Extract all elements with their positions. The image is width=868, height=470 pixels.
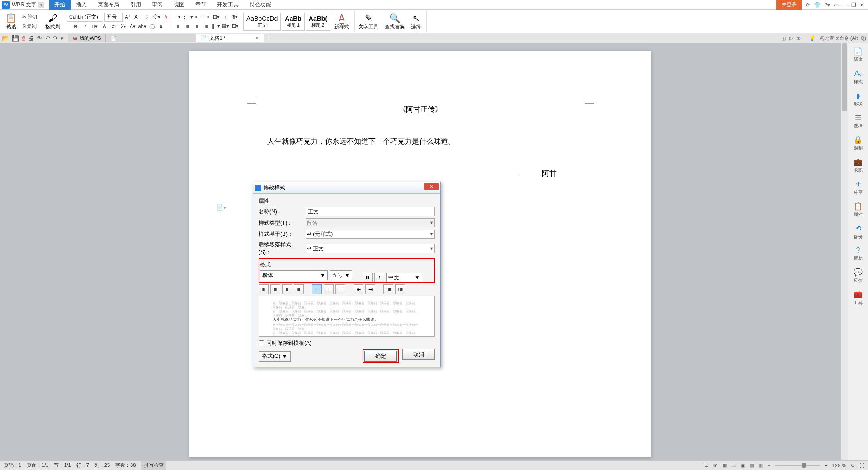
clear-format-icon[interactable]: ♢ bbox=[143, 13, 151, 21]
login-button[interactable]: 未登录 bbox=[776, 0, 802, 10]
tab-view[interactable]: 视图 bbox=[168, 0, 190, 10]
more-qa-icon[interactable]: ▾ bbox=[61, 35, 64, 42]
redo-icon[interactable]: ↷ bbox=[53, 35, 58, 42]
ok-button[interactable]: 确定 bbox=[364, 351, 397, 362]
save-icon[interactable]: 💾 bbox=[12, 35, 19, 42]
dialog-titlebar[interactable]: 修改样式 ✕ bbox=[253, 182, 440, 194]
indent-dec-button[interactable]: ⇤ bbox=[193, 13, 201, 21]
save-template-checkbox[interactable]: 同时保存到模板(A) bbox=[259, 339, 435, 347]
view-icon2[interactable]: 👁 bbox=[713, 463, 718, 468]
zoom-thumb[interactable] bbox=[802, 463, 806, 468]
dlg-para-after[interactable]: ↓≡ bbox=[395, 284, 405, 294]
view-read[interactable]: ▥ bbox=[759, 462, 763, 468]
tab-chapter[interactable]: 章节 bbox=[190, 0, 212, 10]
font-name-select[interactable] bbox=[67, 13, 103, 22]
dlg-indent-inc[interactable]: ⇥ bbox=[365, 284, 375, 294]
dlg-italic-button[interactable]: I bbox=[374, 273, 384, 282]
panel-props[interactable]: 📋属性 bbox=[854, 202, 863, 218]
zoom-slider[interactable] bbox=[775, 465, 820, 466]
icon2[interactable]: ▷ bbox=[789, 35, 793, 41]
tab-add-button[interactable]: + bbox=[264, 34, 274, 42]
view-web[interactable]: ▣ bbox=[741, 462, 745, 468]
numbering-button[interactable]: ⋮≡▾ bbox=[184, 13, 192, 21]
sort-button[interactable]: ↕ bbox=[222, 13, 230, 21]
decrease-font-icon[interactable]: A⁻ bbox=[133, 13, 142, 21]
panel-help[interactable]: ?帮助 bbox=[854, 246, 863, 262]
subscript-button[interactable]: X₂ bbox=[119, 23, 127, 31]
scroll-thumb[interactable] bbox=[842, 43, 847, 111]
borders-button[interactable]: ⊞▾ bbox=[231, 22, 239, 30]
tab-special[interactable]: 特色功能 bbox=[244, 0, 277, 10]
align-left-button[interactable]: ≡ bbox=[174, 22, 182, 30]
align-center-button[interactable]: ≡ bbox=[184, 22, 192, 30]
vertical-scrollbar[interactable] bbox=[841, 43, 848, 460]
font-size-select[interactable] bbox=[104, 13, 123, 22]
superscript-button[interactable]: X² bbox=[110, 23, 118, 31]
status-spell[interactable]: 拼写检查 bbox=[141, 461, 166, 470]
window-icon[interactable]: ▭ bbox=[834, 2, 839, 8]
close-icon[interactable]: ✕ bbox=[860, 2, 864, 8]
panel-shape[interactable]: ◗形状 bbox=[854, 91, 863, 107]
view-icon1[interactable]: ⊡ bbox=[704, 462, 708, 468]
tab-doc1[interactable]: 📄 文档1 * ✕ bbox=[196, 34, 264, 42]
panel-tools[interactable]: 🧰工具 bbox=[854, 290, 863, 306]
app-menu-dropdown[interactable]: ▾ bbox=[38, 2, 44, 8]
zoom-value[interactable]: 129 % bbox=[832, 463, 846, 468]
dlg-spacing2[interactable]: ═ bbox=[324, 284, 334, 294]
panel-backup[interactable]: ⟲备份 bbox=[854, 224, 863, 240]
bold-button[interactable]: B bbox=[72, 23, 80, 31]
status-page[interactable]: 页码：1 bbox=[4, 462, 21, 469]
open-icon[interactable]: 📂 bbox=[2, 35, 9, 42]
panel-select[interactable]: ☰选择 bbox=[854, 113, 863, 129]
bullets-button[interactable]: ≡▾ bbox=[174, 13, 182, 21]
paste-button[interactable]: 📋 粘贴 bbox=[3, 12, 19, 31]
change-case-icon[interactable]: 变▾ bbox=[152, 13, 160, 21]
tab-mywps[interactable]: W 我的WPS bbox=[68, 34, 106, 42]
dialog-close-button[interactable]: ✕ bbox=[424, 183, 439, 190]
strike-button[interactable]: A̶ bbox=[100, 23, 108, 31]
phonetic-icon[interactable]: A bbox=[162, 13, 170, 21]
name-input[interactable] bbox=[306, 207, 435, 216]
style-normal[interactable]: AaBbCcDd 正文 bbox=[243, 13, 281, 31]
page[interactable]: 《阿甘正传》 人生就像巧克力，你永远不知道下一个巧克力是什么味道。 ———阿甘 … bbox=[189, 51, 651, 457]
view-icon3[interactable]: ▦ bbox=[722, 462, 727, 468]
zoom-in[interactable]: + bbox=[825, 463, 827, 468]
panel-new[interactable]: 📄新建 bbox=[854, 47, 863, 63]
select-button[interactable]: ↖ 选择 bbox=[408, 12, 424, 31]
enclose-button[interactable]: ◯ bbox=[148, 23, 156, 31]
panel-style[interactable]: Aᵧ样式 bbox=[854, 69, 863, 85]
dlg-indent-dec[interactable]: ⇤ bbox=[354, 284, 363, 294]
underline-button[interactable]: U▾ bbox=[91, 23, 99, 31]
dlg-font-select[interactable]: 楷体▼ bbox=[260, 270, 328, 280]
tab-developer[interactable]: 开发工具 bbox=[212, 0, 244, 10]
panel-restrict[interactable]: 🔒限制 bbox=[854, 136, 863, 151]
format-painter-button[interactable]: 🖌 格式刷 bbox=[42, 12, 63, 31]
search-commands[interactable]: 点此查找命令 (Alt+Q) bbox=[819, 35, 866, 42]
cancel-button[interactable]: 取消 bbox=[402, 349, 435, 360]
new-style-button[interactable]: A̲ 新样式 bbox=[331, 12, 352, 31]
tab-reference[interactable]: 引用 bbox=[125, 0, 146, 10]
char-border-button[interactable]: A bbox=[157, 23, 165, 31]
tab-start[interactable]: 开始 bbox=[49, 0, 71, 10]
dlg-align-center[interactable]: ≡ bbox=[270, 284, 280, 294]
highlight-button[interactable]: ab▾ bbox=[138, 23, 146, 31]
help-icon[interactable]: ?▾ bbox=[824, 2, 830, 8]
view-print[interactable]: ▭ bbox=[731, 462, 736, 468]
indent-inc-button[interactable]: ⇥ bbox=[203, 13, 211, 21]
dlg-align-right[interactable]: ≡ bbox=[282, 284, 292, 294]
dlg-spacing3[interactable]: ═ bbox=[335, 284, 345, 294]
find-replace-button[interactable]: 🔍 查找替换 bbox=[382, 12, 407, 31]
show-marks-button[interactable]: ¶▾ bbox=[231, 13, 239, 21]
shading-button[interactable]: ▦▾ bbox=[222, 22, 230, 30]
tab-button[interactable]: ⊞▾ bbox=[212, 13, 220, 21]
style-heading2[interactable]: AaBb( 标题 2 bbox=[306, 13, 330, 31]
italic-button[interactable]: I bbox=[81, 23, 90, 31]
dlg-spacing1[interactable]: ═ bbox=[312, 284, 322, 294]
next-select[interactable]: ↵ 正文▼ bbox=[306, 244, 435, 253]
print-icon[interactable]: 🖨 bbox=[28, 35, 34, 42]
fullscreen-icon[interactable]: ⛶ bbox=[859, 463, 864, 468]
panel-share[interactable]: ✈分享 bbox=[854, 180, 863, 196]
tab-review[interactable]: 审阅 bbox=[146, 0, 168, 10]
tab-close-icon[interactable]: ✕ bbox=[255, 35, 259, 41]
fit-icon[interactable]: ⊕ bbox=[851, 462, 855, 468]
